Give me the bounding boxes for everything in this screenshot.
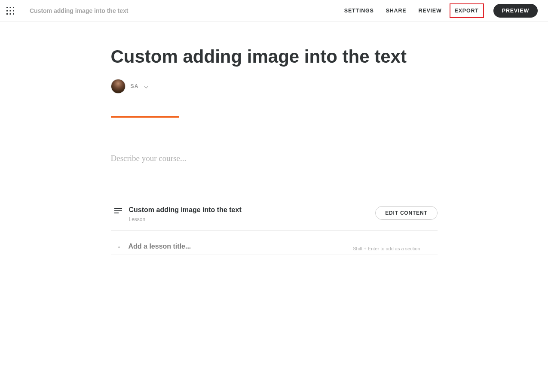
add-lesson-input[interactable]: Add a lesson title... xyxy=(129,243,191,250)
course-description-input[interactable]: Describe your course... xyxy=(111,154,438,163)
lesson-row[interactable]: Custom adding image into the text Lesson… xyxy=(111,202,438,231)
svg-rect-3 xyxy=(6,10,8,11)
avatar xyxy=(111,79,126,94)
header-nav: SETTINGS SHARE REVIEW EXPORT PREVIEW xyxy=(344,4,538,18)
header-divider xyxy=(20,0,20,21)
author-row[interactable]: SA xyxy=(111,79,438,94)
add-lesson-row[interactable]: Add a lesson title... Shift + Enter to a… xyxy=(111,231,438,255)
svg-rect-11 xyxy=(114,213,119,213)
nav-review[interactable]: REVIEW xyxy=(418,8,441,14)
lesson-info: Custom adding image into the text Lesson xyxy=(129,206,376,222)
apps-grid-icon[interactable] xyxy=(5,6,15,16)
lesson-type-label: Lesson xyxy=(129,216,376,222)
page-title[interactable]: Custom adding image into the text xyxy=(111,46,438,67)
edit-content-button[interactable]: EDIT CONTENT xyxy=(375,206,437,220)
svg-rect-5 xyxy=(13,10,14,11)
svg-rect-0 xyxy=(6,7,8,8)
nav-export[interactable]: EXPORT xyxy=(450,3,484,18)
author-initials: SA xyxy=(131,83,139,89)
svg-rect-1 xyxy=(10,7,11,8)
nav-settings[interactable]: SETTINGS xyxy=(344,8,374,14)
main-content: Custom adding image into the text SA Des… xyxy=(111,21,438,255)
svg-rect-8 xyxy=(13,13,14,15)
lesson-title: Custom adding image into the text xyxy=(129,206,376,214)
svg-rect-4 xyxy=(10,10,11,11)
breadcrumb[interactable]: Custom adding image into the text xyxy=(30,7,344,14)
add-lesson-hint: Shift + Enter to add as a section xyxy=(353,246,420,251)
svg-rect-6 xyxy=(6,13,8,15)
svg-rect-7 xyxy=(10,13,11,15)
accent-bar xyxy=(111,116,179,118)
svg-rect-10 xyxy=(114,210,122,211)
preview-button[interactable]: PREVIEW xyxy=(493,4,538,18)
lesson-text-icon xyxy=(114,208,122,216)
chevron-down-icon xyxy=(144,82,148,90)
svg-rect-2 xyxy=(13,7,14,8)
bullet-icon xyxy=(118,246,120,248)
nav-share[interactable]: SHARE xyxy=(386,8,407,14)
svg-rect-9 xyxy=(114,208,122,209)
top-header: Custom adding image into the text SETTIN… xyxy=(0,0,548,21)
